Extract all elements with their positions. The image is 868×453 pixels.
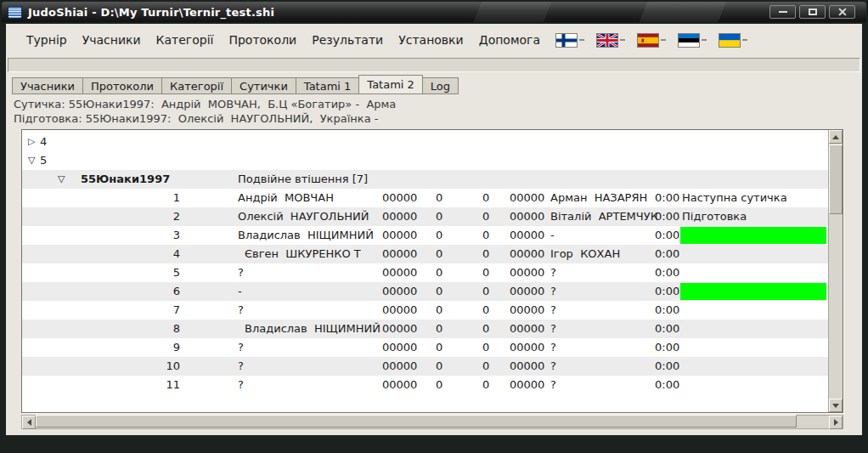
tab-participants[interactable]: Учасники	[12, 77, 83, 94]
menu-item-competitors[interactable]: Учасники	[75, 30, 149, 50]
match-row[interactable]: 3Владислав НІЩИМНИЙ000000000000-0:00	[22, 226, 828, 245]
tab-bar: УчасникиПротоколиКатегоріїСутичкиTatami …	[12, 75, 459, 94]
flag-button-united-kingdom[interactable]	[597, 34, 625, 47]
fighter-name: Олексій НАУГОЛЬНИЙ	[238, 207, 369, 226]
tab-categories[interactable]: Категорії	[161, 77, 232, 94]
menu-item-preferences[interactable]: Установки	[391, 30, 471, 50]
match-number: 1	[146, 189, 180, 207]
vertical-scrollbar[interactable]	[828, 130, 843, 412]
match-row[interactable]: 8Владислав НІЩИМНИЙ000000000000?0:00	[22, 320, 828, 338]
scroll-right-button[interactable]	[829, 416, 843, 429]
match-time: 0:00	[655, 282, 679, 301]
menu-item-tournament[interactable]: Турнір	[19, 30, 75, 50]
score-left: 00000	[382, 376, 417, 394]
flag-button-ukraine[interactable]	[719, 34, 747, 47]
app-icon	[8, 6, 22, 19]
match-number: 9	[146, 338, 180, 357]
menu-bar: ТурнірУчасникиКатегоріїПротоколиРезульта…	[6, 25, 862, 54]
horizontal-scroll-thumb[interactable]	[36, 415, 797, 428]
arrow-up-icon	[832, 135, 839, 139]
match-number: 5	[146, 263, 180, 282]
category-name: 55Юнаки1997	[81, 170, 170, 189]
points-left: 0	[436, 338, 442, 357]
points-left: 0	[436, 376, 442, 394]
score-right: 00000	[510, 282, 544, 301]
match-row[interactable]: 11?000000000000?0:00	[22, 376, 828, 394]
opponent-name: ?	[550, 301, 556, 320]
points-left: 0	[436, 320, 442, 338]
arrow-left-icon	[27, 419, 31, 426]
points-left: 0	[436, 357, 442, 376]
group-row[interactable]: ▽5	[22, 151, 828, 170]
match-time: 0:00	[655, 320, 679, 338]
match-row[interactable]: 2Олексій НАУГОЛЬНИЙ000000000000Віталій А…	[22, 207, 828, 226]
opponent-name: Віталій АРТЕМЧУК	[550, 207, 658, 226]
scroll-down-button[interactable]	[829, 399, 843, 412]
close-button[interactable]	[829, 5, 855, 19]
match-row[interactable]: 6-000000000000?0:00	[22, 282, 828, 301]
flag-dash	[661, 39, 666, 41]
maximize-icon	[809, 8, 817, 15]
tab-tatami-1[interactable]: Tatami 1	[296, 77, 360, 94]
menu-item-help[interactable]: Допомога	[471, 30, 548, 50]
points-right: 0	[482, 207, 489, 226]
match-number: 11	[146, 376, 180, 394]
match-row[interactable]: 5?000000000000?0:00	[22, 263, 828, 282]
horizontal-scrollbar[interactable]	[21, 415, 843, 429]
menu-item-results[interactable]: Результати	[304, 30, 391, 50]
flag-button-estonia[interactable]	[679, 34, 707, 47]
points-right: 0	[482, 282, 489, 301]
fighter-name: Владислав НІЩИМНИЙ	[238, 226, 374, 245]
estonia-flag-icon	[679, 34, 699, 47]
points-right: 0	[482, 226, 489, 245]
group-row[interactable]: ▷4	[22, 133, 828, 151]
opponent-name: ?	[550, 338, 556, 357]
match-status: Наступна сутичка	[682, 189, 787, 207]
maximize-button[interactable]	[799, 5, 826, 19]
scroll-up-button[interactable]	[829, 130, 843, 144]
expander-collapsed-icon[interactable]: ▷	[28, 133, 35, 151]
opponent-name: Арман НАЗАРЯН	[550, 189, 647, 207]
score-left: 00000	[382, 357, 417, 376]
tab-protocols[interactable]: Протоколи	[82, 77, 162, 94]
menu-item-categories[interactable]: Категорії	[149, 30, 222, 50]
menu-item-protocols[interactable]: Протоколи	[221, 30, 304, 50]
match-status: Підготовка	[682, 207, 747, 226]
expander-expanded-icon[interactable]: ▽	[58, 170, 65, 189]
scroll-left-button[interactable]	[22, 416, 36, 429]
score-right: 00000	[510, 357, 544, 376]
opponent-name: ?	[550, 263, 556, 282]
tab-tatami-2[interactable]: Tatami 2	[358, 75, 423, 94]
group-label: 4	[40, 133, 47, 151]
score-left: 00000	[382, 263, 417, 282]
match-row[interactable]: 7?000000000000?0:00	[22, 301, 828, 320]
tab-matches[interactable]: Сутички	[231, 77, 296, 94]
match-row[interactable]: 1Андрій МОВЧАН000000000000Арман НАЗАРЯН0…	[22, 189, 828, 207]
score-right: 00000	[510, 245, 544, 263]
score-left: 00000	[382, 338, 417, 357]
match-time: 0:00	[655, 189, 679, 207]
expander-expanded-icon[interactable]: ▽	[28, 151, 35, 170]
match-number: 3	[146, 226, 180, 245]
opponent-name: ?	[550, 282, 556, 301]
title-bar[interactable]: JudoShiai - D:\My Turnir\Ternir_test.shi	[2, 2, 866, 22]
minimize-button[interactable]	[769, 5, 796, 19]
score-left: 00000	[382, 245, 417, 263]
score-left: 00000	[382, 207, 417, 226]
points-left: 0	[436, 207, 442, 226]
fighter-name: ?	[238, 376, 244, 394]
flag-button-spain[interactable]	[638, 34, 666, 47]
points-right: 0	[482, 263, 489, 282]
score-left: 00000	[382, 226, 417, 245]
match-number: 10	[146, 357, 180, 376]
category-row[interactable]: ▽55Юнаки1997Подвійне втішення [7]	[22, 170, 828, 189]
vertical-scroll-thumb[interactable]	[829, 144, 843, 214]
flag-dash	[742, 39, 747, 41]
score-right: 00000	[510, 376, 544, 394]
tab-log[interactable]: Log	[422, 77, 459, 94]
match-row[interactable]: 4Євген ШКУРЕНКО Т000000000000Ігор КОХАН0…	[22, 245, 828, 263]
category-system: Подвійне втішення [7]	[238, 170, 368, 189]
match-row[interactable]: 9?000000000000?0:00	[22, 338, 828, 357]
match-row[interactable]: 10?000000000000?0:00	[22, 357, 828, 376]
flag-button-finland[interactable]	[556, 34, 584, 47]
